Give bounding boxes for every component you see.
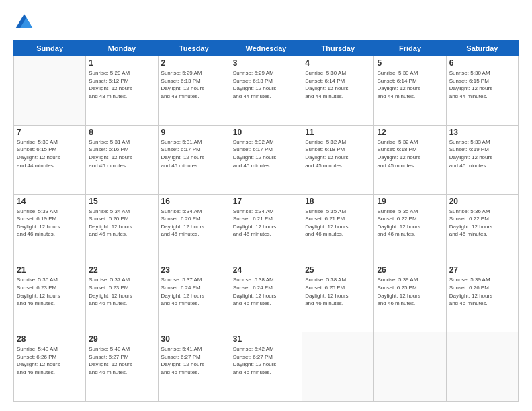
calendar-cell: 1Sunrise: 5:29 AM Sunset: 6:12 PM Daylig… xyxy=(86,56,158,126)
calendar-cell: 31Sunrise: 5:42 AM Sunset: 6:27 PM Dayli… xyxy=(230,332,302,402)
day-number: 17 xyxy=(233,197,299,206)
page: SundayMondayTuesdayWednesdayThursdayFrid… xyxy=(0,0,532,411)
day-info: Sunrise: 5:29 AM Sunset: 6:13 PM Dayligh… xyxy=(233,69,299,100)
day-info: Sunrise: 5:42 AM Sunset: 6:27 PM Dayligh… xyxy=(233,345,299,376)
calendar-cell: 13Sunrise: 5:33 AM Sunset: 6:19 PM Dayli… xyxy=(446,125,518,194)
calendar-cell: 27Sunrise: 5:39 AM Sunset: 6:26 PM Dayli… xyxy=(446,263,518,332)
day-info: Sunrise: 5:36 AM Sunset: 6:23 PM Dayligh… xyxy=(17,276,83,307)
day-info: Sunrise: 5:33 AM Sunset: 6:19 PM Dayligh… xyxy=(17,208,83,238)
day-info: Sunrise: 5:31 AM Sunset: 6:17 PM Dayligh… xyxy=(161,138,227,169)
calendar-cell: 9Sunrise: 5:31 AM Sunset: 6:17 PM Daylig… xyxy=(158,125,230,194)
day-number: 21 xyxy=(17,265,83,275)
weekday-header-friday: Friday xyxy=(374,41,446,56)
day-number: 2 xyxy=(161,58,227,68)
calendar-week-row: 28Sunrise: 5:40 AM Sunset: 6:26 PM Dayli… xyxy=(14,332,519,402)
calendar-cell: 23Sunrise: 5:37 AM Sunset: 6:24 PM Dayli… xyxy=(158,263,230,332)
day-number: 26 xyxy=(377,265,443,275)
day-info: Sunrise: 5:40 AM Sunset: 6:27 PM Dayligh… xyxy=(89,345,154,376)
calendar-cell: 11Sunrise: 5:32 AM Sunset: 6:18 PM Dayli… xyxy=(302,125,374,194)
calendar-cell: 10Sunrise: 5:32 AM Sunset: 6:17 PM Dayli… xyxy=(230,125,302,194)
weekday-header-saturday: Saturday xyxy=(446,41,518,56)
day-info: Sunrise: 5:32 AM Sunset: 6:18 PM Dayligh… xyxy=(305,138,371,169)
day-number: 4 xyxy=(305,58,371,68)
day-number: 14 xyxy=(17,197,83,206)
day-info: Sunrise: 5:29 AM Sunset: 6:13 PM Dayligh… xyxy=(161,69,227,100)
day-number: 12 xyxy=(377,128,443,137)
header xyxy=(13,12,519,34)
day-info: Sunrise: 5:41 AM Sunset: 6:27 PM Dayligh… xyxy=(161,345,227,376)
calendar-cell: 14Sunrise: 5:33 AM Sunset: 6:19 PM Dayli… xyxy=(14,194,86,263)
day-number: 11 xyxy=(305,128,371,137)
day-number: 31 xyxy=(233,334,299,344)
weekday-header-wednesday: Wednesday xyxy=(230,41,302,56)
calendar-cell: 24Sunrise: 5:38 AM Sunset: 6:24 PM Dayli… xyxy=(230,263,302,332)
weekday-header-monday: Monday xyxy=(86,41,158,56)
day-info: Sunrise: 5:30 AM Sunset: 6:15 PM Dayligh… xyxy=(17,138,83,169)
calendar-cell: 18Sunrise: 5:35 AM Sunset: 6:21 PM Dayli… xyxy=(302,194,374,263)
calendar-cell xyxy=(14,56,86,126)
weekday-header-sunday: Sunday xyxy=(14,41,86,56)
calendar-cell: 4Sunrise: 5:30 AM Sunset: 6:14 PM Daylig… xyxy=(302,56,374,126)
calendar-week-row: 14Sunrise: 5:33 AM Sunset: 6:19 PM Dayli… xyxy=(14,194,519,263)
calendar-week-row: 7Sunrise: 5:30 AM Sunset: 6:15 PM Daylig… xyxy=(14,125,519,194)
calendar-cell: 30Sunrise: 5:41 AM Sunset: 6:27 PM Dayli… xyxy=(158,332,230,402)
day-info: Sunrise: 5:35 AM Sunset: 6:21 PM Dayligh… xyxy=(305,208,371,238)
calendar-cell: 16Sunrise: 5:34 AM Sunset: 6:20 PM Dayli… xyxy=(158,194,230,263)
calendar-cell: 29Sunrise: 5:40 AM Sunset: 6:27 PM Dayli… xyxy=(86,332,158,402)
day-number: 8 xyxy=(89,128,154,137)
day-info: Sunrise: 5:37 AM Sunset: 6:23 PM Dayligh… xyxy=(89,276,154,307)
calendar-week-row: 21Sunrise: 5:36 AM Sunset: 6:23 PM Dayli… xyxy=(14,263,519,332)
day-info: Sunrise: 5:32 AM Sunset: 6:17 PM Dayligh… xyxy=(233,138,299,169)
calendar-cell: 25Sunrise: 5:38 AM Sunset: 6:25 PM Dayli… xyxy=(302,263,374,332)
calendar-cell: 21Sunrise: 5:36 AM Sunset: 6:23 PM Dayli… xyxy=(14,263,86,332)
day-info: Sunrise: 5:33 AM Sunset: 6:19 PM Dayligh… xyxy=(449,138,515,169)
day-number: 5 xyxy=(377,58,443,68)
day-info: Sunrise: 5:37 AM Sunset: 6:24 PM Dayligh… xyxy=(161,276,227,307)
day-info: Sunrise: 5:39 AM Sunset: 6:26 PM Dayligh… xyxy=(449,276,515,307)
day-number: 9 xyxy=(161,128,227,137)
day-number: 23 xyxy=(161,265,227,275)
calendar-cell: 17Sunrise: 5:34 AM Sunset: 6:21 PM Dayli… xyxy=(230,194,302,263)
day-number: 28 xyxy=(17,334,83,344)
calendar-cell: 12Sunrise: 5:32 AM Sunset: 6:18 PM Dayli… xyxy=(374,125,446,194)
day-number: 18 xyxy=(305,197,371,206)
day-info: Sunrise: 5:34 AM Sunset: 6:20 PM Dayligh… xyxy=(161,208,227,238)
calendar-cell: 8Sunrise: 5:31 AM Sunset: 6:16 PM Daylig… xyxy=(86,125,158,194)
day-number: 19 xyxy=(377,197,443,206)
calendar-cell: 22Sunrise: 5:37 AM Sunset: 6:23 PM Dayli… xyxy=(86,263,158,332)
day-number: 6 xyxy=(449,58,515,68)
calendar-cell: 6Sunrise: 5:30 AM Sunset: 6:15 PM Daylig… xyxy=(446,56,518,126)
calendar-table: SundayMondayTuesdayWednesdayThursdayFrid… xyxy=(13,40,519,402)
day-info: Sunrise: 5:30 AM Sunset: 6:14 PM Dayligh… xyxy=(377,69,443,100)
calendar-cell: 19Sunrise: 5:35 AM Sunset: 6:22 PM Dayli… xyxy=(374,194,446,263)
day-number: 27 xyxy=(449,265,515,275)
calendar-cell: 15Sunrise: 5:34 AM Sunset: 6:20 PM Dayli… xyxy=(86,194,158,263)
day-number: 13 xyxy=(449,128,515,137)
calendar-week-row: 1Sunrise: 5:29 AM Sunset: 6:12 PM Daylig… xyxy=(14,56,519,126)
day-info: Sunrise: 5:39 AM Sunset: 6:25 PM Dayligh… xyxy=(377,276,443,307)
day-info: Sunrise: 5:30 AM Sunset: 6:14 PM Dayligh… xyxy=(305,69,371,100)
day-number: 24 xyxy=(233,265,299,275)
calendar-cell xyxy=(446,332,518,402)
calendar-cell: 2Sunrise: 5:29 AM Sunset: 6:13 PM Daylig… xyxy=(158,56,230,126)
day-number: 1 xyxy=(89,58,154,68)
day-number: 16 xyxy=(161,197,227,206)
day-number: 25 xyxy=(305,265,371,275)
calendar-cell: 5Sunrise: 5:30 AM Sunset: 6:14 PM Daylig… xyxy=(374,56,446,126)
day-number: 7 xyxy=(17,128,83,137)
day-info: Sunrise: 5:38 AM Sunset: 6:24 PM Dayligh… xyxy=(233,276,299,307)
weekday-header-thursday: Thursday xyxy=(302,41,374,56)
calendar-cell: 3Sunrise: 5:29 AM Sunset: 6:13 PM Daylig… xyxy=(230,56,302,126)
day-info: Sunrise: 5:35 AM Sunset: 6:22 PM Dayligh… xyxy=(377,208,443,238)
day-info: Sunrise: 5:31 AM Sunset: 6:16 PM Dayligh… xyxy=(89,138,154,169)
day-number: 29 xyxy=(89,334,154,344)
calendar-cell: 20Sunrise: 5:36 AM Sunset: 6:22 PM Dayli… xyxy=(446,194,518,263)
day-info: Sunrise: 5:36 AM Sunset: 6:22 PM Dayligh… xyxy=(449,208,515,238)
calendar-cell: 26Sunrise: 5:39 AM Sunset: 6:25 PM Dayli… xyxy=(374,263,446,332)
day-info: Sunrise: 5:34 AM Sunset: 6:21 PM Dayligh… xyxy=(233,208,299,238)
day-number: 15 xyxy=(89,197,154,206)
day-info: Sunrise: 5:29 AM Sunset: 6:12 PM Dayligh… xyxy=(89,69,154,100)
day-info: Sunrise: 5:34 AM Sunset: 6:20 PM Dayligh… xyxy=(89,208,154,238)
calendar-cell: 28Sunrise: 5:40 AM Sunset: 6:26 PM Dayli… xyxy=(14,332,86,402)
weekday-header-tuesday: Tuesday xyxy=(158,41,230,56)
